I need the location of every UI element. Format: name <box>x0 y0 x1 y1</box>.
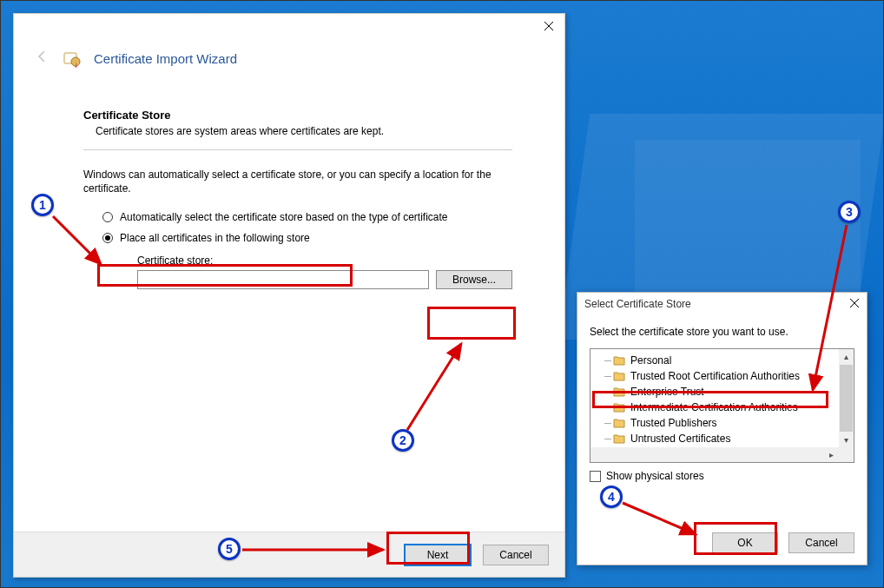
browse-button-label: Browse... <box>452 274 496 286</box>
tree-item-personal[interactable]: Personal <box>597 353 839 368</box>
wizard-title: Certificate Import Wizard <box>94 51 237 66</box>
show-physical-stores-checkbox[interactable]: Show physical stores <box>590 470 854 482</box>
tree-item-label: Untrusted Certificates <box>630 433 730 445</box>
badge-number: 1 <box>39 198 46 212</box>
section-desc: Certificate stores are system areas wher… <box>96 125 512 137</box>
annotation-badge: 5 <box>218 538 241 560</box>
next-button-label: Next <box>427 549 449 561</box>
radio-auto[interactable]: Automatically select the certificate sto… <box>102 211 512 223</box>
scroll-down-icon[interactable]: ▾ <box>839 433 854 447</box>
horizontal-scrollbar[interactable]: ▸ <box>590 447 839 462</box>
tree-item-untrusted[interactable]: Untrusted Certificates <box>597 431 839 446</box>
annotation-badge: 2 <box>392 429 414 452</box>
select-store-footer: OK Cancel <box>577 526 867 565</box>
tree-item-trusted-root[interactable]: Trusted Root Certification Authorities <box>597 368 839 384</box>
folder-icon <box>613 402 625 413</box>
radio-place-label: Place all certificates in the following … <box>120 232 310 244</box>
vertical-scrollbar[interactable]: ▴ ▾ <box>839 349 854 447</box>
tree-item-intermediate[interactable]: Intermediate Certification Authorities <box>597 400 839 415</box>
folder-icon <box>613 371 625 381</box>
scroll-thumb[interactable] <box>840 365 853 432</box>
wizard-titlebar <box>14 14 564 38</box>
tree-item-label: Personal <box>630 354 671 367</box>
certificate-store-input[interactable] <box>137 270 429 289</box>
select-store-instruction: Select the certificate store you want to… <box>590 326 854 338</box>
tree-item-label: Trusted Root Certification Authorities <box>630 370 800 382</box>
section-title: Certificate Store <box>83 109 512 122</box>
bg-decoration <box>635 140 861 314</box>
ok-button[interactable]: OK <box>712 532 778 553</box>
cancel-button[interactable]: Cancel <box>483 545 549 565</box>
checkbox-icon <box>590 471 601 482</box>
show-physical-label: Show physical stores <box>606 470 704 482</box>
badge-number: 5 <box>226 542 233 556</box>
tree-item-label: Enterprise Trust <box>630 386 704 398</box>
folder-icon <box>613 418 625 428</box>
wizard-header: Certificate Import Wizard <box>14 38 564 74</box>
browse-button[interactable]: Browse... <box>436 270 512 289</box>
scroll-up-icon[interactable]: ▴ <box>839 349 854 364</box>
radio-group: Automatically select the certificate sto… <box>102 211 512 289</box>
annotation-badge: 1 <box>31 194 54 216</box>
select-certificate-store-dialog: Select Certificate Store Select the cert… <box>577 292 868 565</box>
radio-place[interactable]: Place all certificates in the following … <box>102 232 512 244</box>
folder-icon <box>613 355 625 366</box>
cancel-button-label: Cancel <box>499 549 531 561</box>
tree-item-label: Trusted Publishers <box>630 417 717 429</box>
tree-item-label: Intermediate Certification Authorities <box>630 401 798 413</box>
annotation-badge: 4 <box>600 486 623 508</box>
certificate-tree[interactable]: Personal Trusted Root Certification Auth… <box>590 348 854 463</box>
cancel-button-label: Cancel <box>805 537 837 549</box>
badge-number: 2 <box>399 433 406 447</box>
tree-item-trusted-publishers[interactable]: Trusted Publishers <box>597 415 839 431</box>
cancel-button[interactable]: Cancel <box>788 532 854 553</box>
certificate-icon <box>63 50 82 69</box>
next-button[interactable]: Next <box>405 545 471 565</box>
certificate-import-wizard-window: Certificate Import Wizard Certificate St… <box>13 13 565 578</box>
back-arrow-icon[interactable] <box>35 49 50 69</box>
radio-icon <box>102 212 113 222</box>
wizard-footer: Next Cancel <box>14 532 564 577</box>
radio-icon <box>102 233 113 243</box>
scroll-right-icon[interactable]: ▸ <box>824 447 839 462</box>
badge-number: 3 <box>846 205 853 219</box>
badge-number: 4 <box>608 490 615 504</box>
annotation-badge: 3 <box>838 201 861 223</box>
ok-button-label: OK <box>737 537 752 549</box>
store-block: Certificate store: Browse... <box>137 254 512 289</box>
radio-auto-label: Automatically select the certificate sto… <box>120 211 448 223</box>
select-store-titlebar: Select Certificate Store <box>577 293 867 315</box>
select-store-title: Select Certificate Store <box>584 298 691 310</box>
store-label: Certificate store: <box>137 254 512 267</box>
wizard-body: Certificate Store Certificate stores are… <box>14 74 564 532</box>
scroll-corner <box>839 447 854 462</box>
tree-item-enterprise-trust[interactable]: Enterprise Trust <box>597 384 839 400</box>
close-icon[interactable] <box>849 298 860 311</box>
close-icon[interactable] <box>540 17 557 35</box>
divider <box>83 149 512 150</box>
instruction-text: Windows can automatically select a certi… <box>83 168 491 195</box>
folder-icon <box>613 386 625 397</box>
folder-icon <box>613 433 625 444</box>
